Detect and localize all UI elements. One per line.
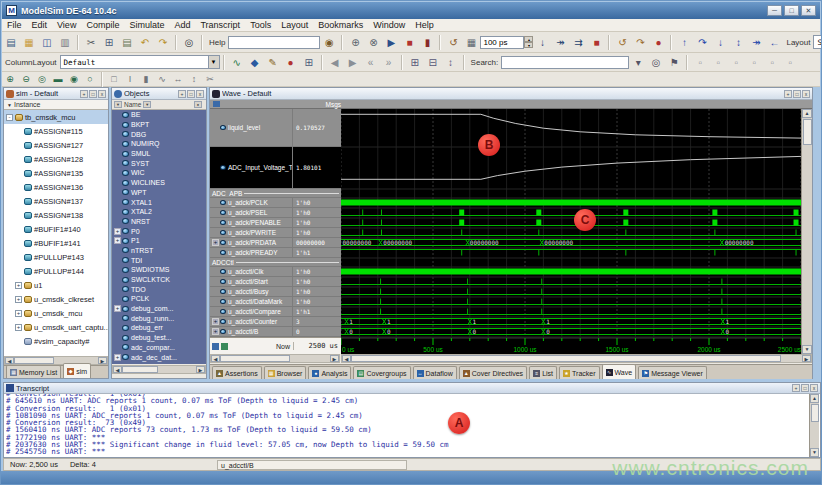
ibeam-tool-icon[interactable]: I: [123, 73, 137, 85]
run-icon[interactable]: ↓: [534, 35, 550, 50]
run-all-icon[interactable]: ⇉: [570, 35, 586, 50]
grid-icon[interactable]: ▫: [782, 55, 798, 70]
tab-browser[interactable]: ▦Browser: [264, 366, 307, 379]
menu-view[interactable]: View: [52, 20, 81, 30]
copy-icon[interactable]: ⊞: [101, 35, 117, 50]
wave-signal-row[interactable]: u_adcctl/Compare1'h1: [210, 307, 341, 317]
filter-dropdown-icon[interactable]: ▼: [114, 101, 122, 108]
object-expander-icon[interactable]: +: [114, 305, 121, 312]
save-icon[interactable]: ◫: [39, 35, 55, 50]
bus-expander-icon[interactable]: +: [212, 239, 219, 246]
transcript-dock-button[interactable]: □: [801, 384, 809, 392]
tab-message-viewer[interactable]: ⚑Message Viewer: [638, 366, 707, 379]
edit-wave-icon[interactable]: ✎: [265, 55, 281, 70]
tab-sim[interactable]: ◆sim: [63, 363, 91, 378]
environment-icon[interactable]: ▦: [463, 35, 479, 50]
dropdown-arrow-icon[interactable]: ▼: [208, 56, 219, 68]
expand-icon[interactable]: ⊞: [407, 55, 423, 70]
tree-item[interactable]: #ASSIGN#138: [4, 208, 108, 222]
tree-item[interactable]: #BUFIF1#140: [4, 222, 108, 236]
add-cursor-icon[interactable]: ◆: [247, 55, 263, 70]
tab-memory-list[interactable]: ▦Memory List: [6, 365, 61, 378]
run-next-icon[interactable]: ↷: [632, 35, 648, 50]
tree-item[interactable]: #BUFIF1#141: [4, 236, 108, 250]
tree-expander-icon[interactable]: +: [15, 310, 22, 317]
object-item[interactable]: WICLINES: [112, 178, 206, 188]
scroll-right-icon[interactable]: ▶: [330, 355, 339, 362]
select-tool-icon[interactable]: □: [107, 73, 121, 85]
layout-select[interactable]: Simulate▼: [813, 35, 822, 49]
bus-expander-icon[interactable]: +: [212, 328, 219, 335]
wave-edit-icon[interactable]: ∿: [155, 73, 169, 85]
object-item[interactable]: NUMIRQ: [112, 139, 206, 149]
search-options-icon[interactable]: ⚑: [666, 55, 682, 70]
sim-panel-close-button[interactable]: x: [98, 90, 106, 98]
prev-transition-icon[interactable]: ◀: [327, 55, 343, 70]
step-into-icon[interactable]: ↑: [676, 35, 692, 50]
object-item[interactable]: debug_err: [112, 323, 206, 333]
objects-hscrollbar[interactable]: ◀ ▶: [112, 365, 206, 374]
object-item[interactable]: debug_runn...: [112, 313, 206, 323]
find-icon[interactable]: ◎: [181, 35, 197, 50]
wave-vscrollbar[interactable]: ▲ ▼: [801, 109, 812, 354]
stop-icon[interactable]: ■: [588, 35, 604, 50]
menu-edit[interactable]: Edit: [27, 20, 53, 30]
objects-panel-pin-button[interactable]: +: [178, 90, 186, 98]
scroll-right-icon[interactable]: ▶: [802, 355, 811, 362]
object-item[interactable]: DBG: [112, 129, 206, 139]
zoom-full-icon[interactable]: ◎: [35, 73, 49, 85]
compile-all-icon[interactable]: ⊗: [365, 35, 381, 50]
object-expander-icon[interactable]: +: [114, 237, 121, 244]
menu-window[interactable]: Window: [368, 20, 410, 30]
cut-range-icon[interactable]: ✂: [203, 73, 217, 85]
zoom-out-icon[interactable]: ⊖: [19, 73, 33, 85]
scroll-thumb[interactable]: [803, 119, 812, 145]
wave-signal-row[interactable]: u_adck/PENABLE1'h0: [210, 218, 341, 228]
tree-item[interactable]: #ASSIGN#135: [4, 166, 108, 180]
scroll-left-icon[interactable]: ◀: [5, 357, 14, 364]
wave-signal-row[interactable]: u_adcctl/DataMark1'h0: [210, 297, 341, 307]
tree-item[interactable]: +u_cmsdk_mcu: [4, 306, 108, 320]
wave-canvas[interactable]: 0000000000000000000000000000000000000000…: [341, 109, 801, 354]
wave-canvas-hscrollbar[interactable]: ◀ ▶: [341, 354, 812, 363]
help-search-input[interactable]: [228, 36, 320, 49]
maximize-button[interactable]: □: [784, 5, 799, 16]
wave-signal-row[interactable]: u_adcctl/Clk1'h0: [210, 267, 341, 277]
tree-item[interactable]: -tb_cmsdk_mcu: [4, 110, 108, 124]
lock-cursor-icon[interactable]: ▫: [764, 55, 780, 70]
wave-names-hscrollbar[interactable]: ◀ ▶: [210, 354, 340, 363]
scroll-down-icon[interactable]: ▼: [810, 448, 819, 457]
menu-layout[interactable]: Layout: [276, 20, 313, 30]
undo-icon[interactable]: ↶: [137, 35, 153, 50]
object-item[interactable]: +adc_dec_dat...: [112, 352, 206, 362]
zoom-mode-icon[interactable]: ▫: [710, 55, 726, 70]
object-expander-icon[interactable]: +: [114, 354, 121, 361]
wave-signal-row[interactable]: ADC_Input_Voltage_ToF1.80101: [210, 147, 341, 189]
tree-expander-icon[interactable]: -: [6, 114, 13, 121]
scroll-up-icon[interactable]: ▲: [802, 109, 812, 118]
scroll-right-icon[interactable]: ▶: [98, 357, 107, 364]
scroll-right-icon[interactable]: ▶: [196, 366, 205, 373]
step-next-icon[interactable]: ↠: [748, 35, 764, 50]
run-length-spinner[interactable]: ▴▾: [524, 36, 533, 48]
tree-item[interactable]: #PULLUP#143: [4, 250, 108, 264]
search-input[interactable]: [501, 56, 629, 69]
scroll-thumb[interactable]: [351, 355, 781, 362]
filter-apply-icon[interactable]: ●: [194, 101, 202, 108]
columnlayout-select[interactable]: Default▼: [60, 55, 220, 69]
close-button[interactable]: ✕: [801, 5, 816, 16]
minimize-button[interactable]: ─: [767, 5, 782, 16]
tree-expander-icon[interactable]: +: [15, 324, 22, 331]
menu-bookmarks[interactable]: Bookmarks: [313, 20, 368, 30]
scroll-thumb[interactable]: [14, 357, 54, 364]
objects-panel-close-button[interactable]: x: [196, 90, 204, 98]
menu-tools[interactable]: Tools: [245, 20, 276, 30]
sim-hscrollbar[interactable]: ◀ ▶: [4, 356, 108, 365]
object-item[interactable]: BE: [112, 110, 206, 120]
wave-tool2-icon[interactable]: [221, 343, 228, 350]
tab-assertions[interactable]: ▲Assertions: [212, 366, 262, 379]
run-length-input[interactable]: [480, 36, 524, 49]
step-out-icon[interactable]: ↓: [712, 35, 728, 50]
object-item[interactable]: BKPT: [112, 120, 206, 130]
continue-run-icon[interactable]: ↠: [552, 35, 568, 50]
